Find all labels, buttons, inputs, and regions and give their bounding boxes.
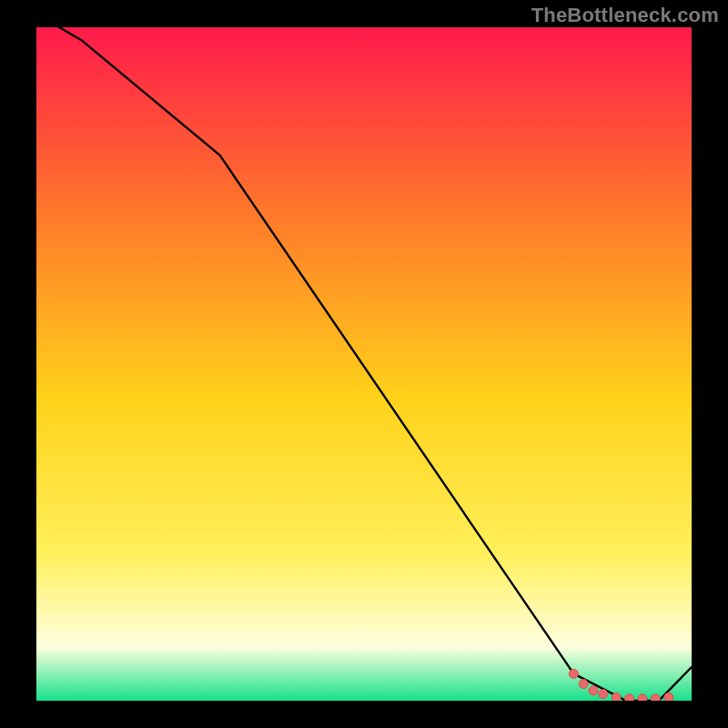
data-marker	[612, 693, 621, 701]
data-marker	[664, 693, 673, 701]
data-marker	[579, 680, 588, 689]
data-marker	[569, 669, 578, 678]
data-marker	[599, 690, 608, 699]
chart-svg	[36, 27, 692, 701]
data-marker	[625, 694, 634, 701]
data-marker	[638, 694, 647, 701]
chart-frame: TheBottleneck.com	[0, 0, 728, 728]
data-marker	[589, 686, 598, 695]
attribution-text: TheBottleneck.com	[531, 4, 719, 27]
gradient-background	[36, 27, 692, 701]
plot-area	[36, 27, 692, 701]
data-marker	[651, 694, 660, 701]
